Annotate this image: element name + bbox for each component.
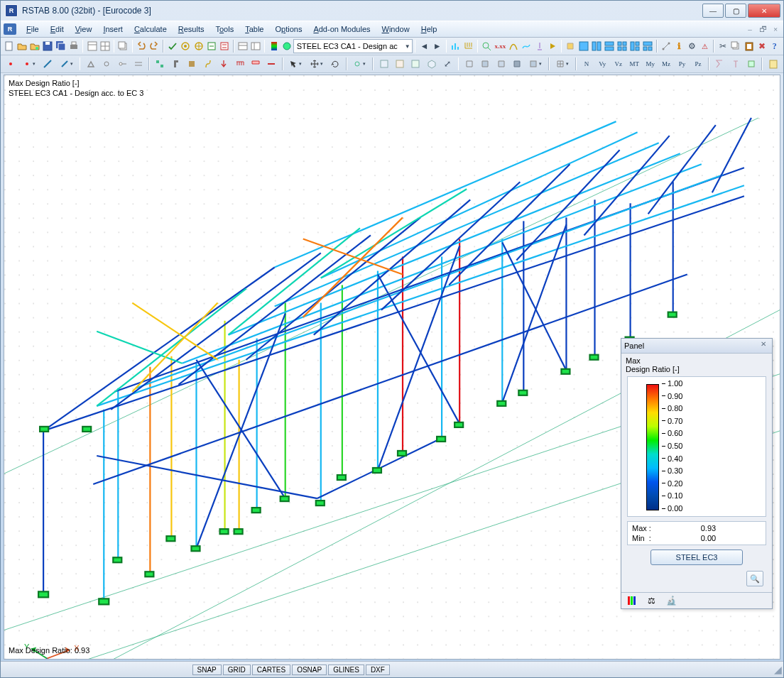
show-my-icon[interactable]: My (643, 56, 657, 72)
arrange-4-icon[interactable] (616, 38, 628, 54)
menu-tools[interactable]: Tools (209, 21, 239, 37)
save-icon[interactable] (42, 38, 53, 54)
project-navigator-icon[interactable] (86, 38, 97, 54)
show-mt-icon[interactable]: MT (627, 56, 641, 72)
arrange-3-icon[interactable] (604, 38, 615, 54)
new-icon[interactable] (4, 38, 15, 54)
calc-params-icon[interactable] (192, 38, 204, 54)
paste-icon[interactable] (743, 38, 754, 54)
window-minimize-button[interactable]: — (702, 4, 724, 18)
mdi-restore-button[interactable]: 🗗 (758, 25, 768, 33)
member-hinge-icon[interactable] (99, 56, 114, 72)
input-tables-icon[interactable] (250, 38, 261, 54)
cross-section-icon[interactable] (169, 56, 183, 72)
next-case-icon[interactable]: ► (432, 38, 443, 54)
panel-tab-filter-icon[interactable]: 🔬 (665, 595, 677, 606)
panel-close-button[interactable]: ✕ (758, 340, 769, 351)
animate-icon[interactable] (547, 38, 558, 54)
cog-icon[interactable]: ⚙ (686, 38, 697, 54)
status-toggle-cartes[interactable]: CARTES (252, 665, 290, 675)
menu-file[interactable]: File (21, 21, 45, 37)
render-shade-icon[interactable] (510, 56, 524, 72)
nodal-support-icon[interactable] (83, 56, 97, 72)
menu-options[interactable]: Options (269, 21, 307, 37)
show-py-icon[interactable]: Py (675, 56, 689, 72)
undo-icon[interactable] (136, 38, 147, 54)
show-pz-icon[interactable]: Pz (691, 56, 705, 72)
load-combos-icon[interactable] (219, 38, 230, 54)
member-release-icon[interactable] (115, 56, 129, 72)
zoom-all-icon[interactable]: ⤢ (440, 56, 454, 72)
prev-case-icon[interactable]: ◄ (418, 38, 430, 54)
menu-results[interactable]: Results (173, 21, 210, 37)
snap-settings-icon[interactable] (350, 56, 370, 72)
open-icon[interactable] (16, 38, 28, 54)
panel-zoom-button[interactable]: 🔍 (746, 571, 763, 586)
load-cases-icon[interactable] (206, 38, 217, 54)
menu-insert[interactable]: Insert (97, 21, 129, 37)
menu-addon-modules[interactable]: Add-on Modules (307, 21, 376, 37)
view-z-icon[interactable] (408, 56, 423, 72)
node-icon[interactable] (4, 56, 18, 72)
save-all-icon[interactable] (55, 38, 67, 54)
render-options-icon[interactable] (526, 56, 545, 72)
set-icon[interactable] (153, 56, 167, 72)
arrange-2-icon[interactable] (591, 38, 602, 54)
mdi-minimize-button[interactable]: – (745, 25, 755, 33)
show-mz-icon[interactable]: Mz (659, 56, 673, 72)
show-results-icon[interactable] (450, 38, 461, 54)
menu-window[interactable]: Window (376, 21, 415, 37)
arrange-1-icon[interactable] (578, 38, 589, 54)
view-x-icon[interactable] (376, 56, 391, 72)
calc-all-icon[interactable] (180, 38, 191, 54)
loads-toggle-icon[interactable] (565, 38, 576, 54)
rotate-icon[interactable] (328, 56, 342, 72)
module-button[interactable]: STEEL EC3 (650, 549, 743, 565)
load-area-icon[interactable] (249, 56, 263, 72)
imperfection-icon[interactable] (200, 56, 214, 72)
zoom-window-icon[interactable] (481, 38, 492, 54)
member-icon[interactable] (40, 56, 55, 72)
show-vy-icon[interactable]: Vy (595, 56, 609, 72)
load-line-icon[interactable] (264, 56, 278, 72)
render-solid-icon[interactable] (478, 56, 492, 72)
move-icon[interactable] (307, 56, 327, 72)
delete-icon[interactable]: ✖ (756, 38, 768, 54)
status-toggle-glines[interactable]: GLINES (328, 665, 364, 675)
panel-titlebar[interactable]: Panel ✕ (621, 339, 772, 354)
supports-react-icon[interactable] (533, 38, 545, 54)
show-sigma-icon[interactable] (712, 56, 726, 72)
arrange-5-icon[interactable] (629, 38, 641, 54)
results-tables-icon[interactable] (237, 38, 249, 54)
render-wireframe-icon[interactable] (462, 56, 476, 72)
units-icon[interactable]: ⚠ (699, 38, 710, 54)
arrange-6-icon[interactable] (642, 38, 653, 54)
view-y-icon[interactable] (393, 56, 407, 72)
deformation-icon[interactable] (508, 38, 519, 54)
show-vz-icon[interactable]: Vz (611, 56, 626, 72)
load-node-icon[interactable] (217, 56, 231, 72)
window-close-button[interactable]: ✕ (748, 4, 780, 18)
module-icon[interactable] (281, 38, 293, 54)
select-icon[interactable] (286, 56, 306, 72)
print-icon[interactable] (68, 38, 80, 54)
status-toggle-dxf[interactable]: DXF (366, 665, 390, 675)
status-toggle-snap[interactable]: SNAP (192, 665, 222, 675)
color-scale-icon[interactable] (268, 38, 279, 54)
show-design-icon[interactable] (744, 56, 758, 72)
values-icon[interactable]: x.xx (494, 38, 506, 54)
viewport[interactable]: Max Design Ratio [-] STEEL EC3 CA1 - Des… (4, 75, 780, 660)
menu-view[interactable]: View (70, 21, 98, 37)
result-case-combo[interactable]: STEEL EC3 CA1 - Design ac▼ (293, 39, 413, 53)
copy-view-icon[interactable] (117, 38, 129, 54)
resize-grip-icon[interactable]: ◢ (774, 664, 782, 675)
check-model-icon[interactable] (167, 38, 178, 54)
redo-icon[interactable] (148, 38, 160, 54)
show-n-icon[interactable]: N (579, 56, 594, 72)
show-tau-icon[interactable] (729, 56, 743, 72)
status-toggle-grid[interactable]: GRID (223, 665, 251, 675)
window-maximize-button[interactable]: ▢ (725, 4, 746, 18)
place-node-icon[interactable] (19, 56, 39, 72)
material-icon[interactable] (185, 56, 199, 72)
measure-icon[interactable] (660, 38, 672, 54)
